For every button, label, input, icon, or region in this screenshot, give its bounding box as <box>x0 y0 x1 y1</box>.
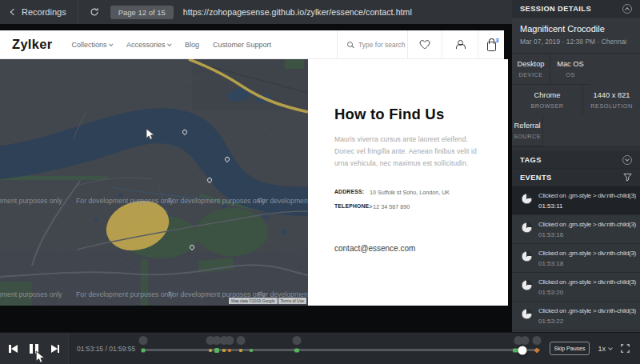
speed-selector[interactable]: 1x <box>598 345 612 353</box>
click-event-icon <box>522 194 532 204</box>
event-description: Clicked on .gm-style > div:nth-child(3) <box>538 307 636 314</box>
event-row[interactable]: Clicked on .gm-style > div:nth-child(3) … <box>512 273 640 302</box>
site-nav-link: Customer Support <box>213 41 271 49</box>
stat-value: Mac OS <box>552 60 589 68</box>
chevron-down-icon <box>625 157 630 162</box>
events-title: EVENTS <box>520 174 552 182</box>
stat-label: OS <box>552 71 589 78</box>
event-marker-badge[interactable] <box>521 336 530 345</box>
event-body: Clicked on .gm-style > div:nth-child(3) … <box>538 250 636 267</box>
timeline-event-dot <box>142 348 146 352</box>
address-row: ADDRESS: 10 Suffolk st Soho, London, UK <box>334 189 482 196</box>
telephone-row: TELEPHONE: +12 34 567 890 <box>334 203 482 210</box>
timeline-event-dot <box>294 348 299 352</box>
stat-value: Desktop <box>514 60 548 68</box>
event-body: Clicked on .gm-style > div:nth-child(3) … <box>538 221 636 238</box>
click-event-icon <box>522 309 532 319</box>
skip-pauses-button[interactable]: Skip Pauses <box>550 342 590 355</box>
device-stats: Desktop DEVICE Mac OS OS Chrome BROWSER … <box>512 54 640 147</box>
dev-watermark: For development purposes only <box>76 290 174 298</box>
replay-cursor-icon <box>146 128 155 141</box>
session-name: Magnificent Crocodile <box>520 24 632 34</box>
site-nav-link-label: Customer Support <box>213 41 271 49</box>
map-data-credit: Map data ©2019 Google <box>229 298 278 304</box>
account-button <box>442 30 478 58</box>
dev-watermark: For development purposes only <box>0 290 62 298</box>
event-marker-badge[interactable] <box>532 336 541 345</box>
event-description: Clicked on .gm-style > div:nth-child(3) <box>538 250 636 257</box>
event-marker-badge[interactable] <box>292 336 301 345</box>
shopping-bag-icon: 3 <box>487 42 496 51</box>
refresh-icon <box>90 7 99 17</box>
page-heading: How to Find Us <box>334 106 482 123</box>
session-meta: Mar 07, 2019 · 12:38 PM · Chennai <box>520 38 632 46</box>
cart-count-badge: 3 <box>495 37 498 44</box>
telephone-label: TELEPHONE: <box>334 203 370 210</box>
device-stat: 1440 x 821 RESOLUTION <box>583 85 640 115</box>
search-icon <box>347 42 353 47</box>
site-nav-link-label: Collections <box>71 41 106 49</box>
stat-label: BROWSER <box>514 102 581 110</box>
event-body: Clicked on .gm-style > div:nth-child(3) … <box>538 278 636 296</box>
timeline-event-dot <box>222 349 226 352</box>
time-display: 01:53:15 / 01:59:55 <box>77 345 135 353</box>
event-row[interactable]: Clicked on .gm-style > div:nth-child(3) … <box>512 186 640 215</box>
timeline-event-dot <box>228 349 231 352</box>
timeline-event-dot <box>239 349 242 352</box>
event-marker-badge[interactable] <box>139 336 148 345</box>
event-row[interactable]: Clicked on .gm-style > div:nth-child(3) … <box>512 215 640 244</box>
speed-label: 1x <box>598 345 606 353</box>
click-event-icon <box>522 251 532 262</box>
skip-back-triangle <box>11 345 18 353</box>
timeline-event-dot <box>518 346 527 354</box>
event-body: Clicked on .gm-style > div:nth-child(3) … <box>538 307 636 325</box>
terms-of-use-link: Terms of Use <box>278 298 306 304</box>
dev-watermark: For development purposes only <box>168 197 266 205</box>
telephone-value: +12 34 567 890 <box>370 203 410 210</box>
event-timestamp: 01:53:22 <box>538 318 636 325</box>
refresh-button[interactable] <box>90 7 99 17</box>
event-row[interactable]: Clicked on .gm-style > div:nth-child(3) … <box>512 302 640 330</box>
click-event-icon <box>522 280 532 290</box>
skip-forward-triangle <box>51 345 58 353</box>
device-stat: Referral SOURCE <box>512 115 543 146</box>
device-stat: Mac OS OS <box>550 54 590 85</box>
stat-value: 1440 x 821 <box>585 91 638 99</box>
expand-tags-button[interactable] <box>622 155 632 165</box>
events-header[interactable]: EVENTS <box>512 169 640 186</box>
google-map: For development purposes onlyFor develop… <box>0 59 308 306</box>
tags-header[interactable]: TAGS <box>512 151 640 169</box>
map-terrain <box>0 59 308 306</box>
previous-button[interactable] <box>9 345 18 353</box>
event-timestamp: 01:53:11 <box>538 202 636 210</box>
event-marker-badge[interactable] <box>226 336 234 345</box>
person-icon <box>456 40 464 49</box>
filter-icon <box>623 173 632 182</box>
filter-events-button[interactable] <box>623 173 632 182</box>
next-button[interactable] <box>51 345 60 353</box>
site-nav-icons: Type for search 3 <box>337 30 504 58</box>
stat-value: Referral <box>514 122 541 130</box>
map-attribution: Map data ©2019 Google Terms of Use <box>229 298 306 304</box>
current-time: 01:53:15 <box>77 345 103 353</box>
event-row[interactable]: Clicked on .gm-style > div:nth-child(3) … <box>512 244 640 273</box>
fullscreen-button[interactable] <box>621 344 630 353</box>
event-marker-badge[interactable] <box>237 336 246 345</box>
timeline-track[interactable] <box>142 349 539 351</box>
total-time: 01:59:55 <box>109 345 135 353</box>
event-description: Clicked on .gm-style > div:nth-child(3) <box>538 192 636 199</box>
back-to-recordings-button[interactable]: Recordings <box>0 0 78 24</box>
search-placeholder: Type for search <box>358 41 406 49</box>
session-info: Magnificent Crocodile Mar 07, 2019 · 12:… <box>512 18 640 54</box>
fullscreen-icon <box>621 344 630 353</box>
cart-button: 3 <box>478 30 504 58</box>
session-details-header[interactable]: SESSION DETAILS <box>512 0 640 18</box>
site-nav-link: Accessories <box>126 41 171 49</box>
event-timestamp: 01:53:18 <box>538 260 636 267</box>
browser-bar: Recordings Page 12 of 15 https://zohopag… <box>0 0 512 24</box>
playback-bar: 01:53:15 / 01:59:55 Skip Pauses 1x <box>0 332 640 364</box>
heart-icon <box>419 39 430 50</box>
collapse-button[interactable] <box>622 4 632 14</box>
stat-label: RESOLUTION <box>585 102 638 110</box>
event-timestamp: 01:53:16 <box>538 231 636 238</box>
